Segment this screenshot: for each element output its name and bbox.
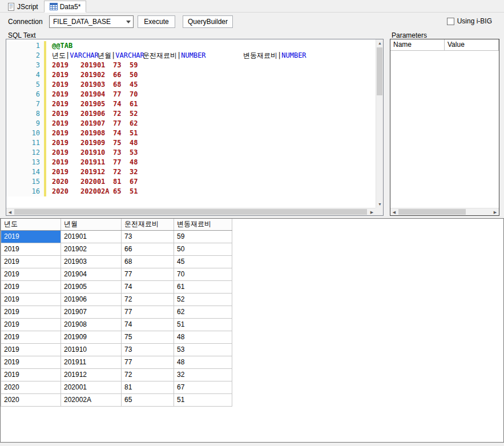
table-cell[interactable]: 201906 bbox=[61, 293, 122, 306]
table-cell[interactable]: 48 bbox=[174, 356, 232, 368]
table-cell[interactable]: 73 bbox=[122, 230, 174, 243]
table-cell[interactable]: 77 bbox=[122, 306, 174, 318]
table-cell[interactable]: 75 bbox=[122, 331, 174, 343]
scroll-up-icon[interactable]: ▲ bbox=[376, 39, 384, 47]
table-row[interactable]: 2020202002A6551 bbox=[1, 393, 232, 406]
editor-line[interactable]: 1120192019097548 bbox=[6, 138, 376, 148]
table-cell[interactable]: 202002A bbox=[61, 393, 122, 406]
horizontal-scrollbar[interactable]: ◀ ▶ bbox=[6, 208, 376, 215]
table-cell[interactable]: 2019 bbox=[1, 368, 61, 381]
execute-button[interactable]: Execute bbox=[138, 15, 175, 28]
table-cell[interactable]: 67 bbox=[174, 381, 232, 393]
table-cell[interactable]: 51 bbox=[174, 393, 232, 406]
tab-data5[interactable]: Data5* bbox=[44, 1, 87, 13]
table-row[interactable]: 20192019017359 bbox=[1, 230, 232, 243]
table-cell[interactable]: 2020 bbox=[1, 393, 61, 406]
table-row[interactable]: 20192019087451 bbox=[1, 318, 232, 331]
editor-line[interactable]: 620192019047770 bbox=[6, 90, 376, 99]
table-cell[interactable]: 73 bbox=[122, 343, 174, 356]
table-cell[interactable]: 51 bbox=[174, 318, 232, 331]
using-ibig-checkbox[interactable] bbox=[447, 18, 454, 25]
table-cell[interactable]: 32 bbox=[174, 368, 232, 381]
table-cell[interactable]: 2019 bbox=[1, 243, 61, 255]
editor-line[interactable]: 1320192019117748 bbox=[6, 158, 376, 167]
table-cell[interactable]: 59 bbox=[174, 230, 232, 243]
table-cell[interactable]: 74 bbox=[122, 318, 174, 331]
table-row[interactable]: 20192019097548 bbox=[1, 331, 232, 343]
table-cell[interactable]: 45 bbox=[174, 255, 232, 268]
editor-line[interactable]: 162020202002A6551 bbox=[6, 187, 376, 196]
parameters-column-header[interactable]: Name bbox=[390, 39, 445, 51]
editor-line[interactable]: 920192019077762 bbox=[6, 119, 376, 128]
scroll-right-icon[interactable]: ▶ bbox=[368, 208, 376, 216]
editor-line[interactable]: 720192019057461 bbox=[6, 99, 376, 109]
table-cell[interactable]: 201912 bbox=[61, 368, 122, 381]
table-cell[interactable]: 2019 bbox=[1, 343, 61, 356]
vertical-scrollbar[interactable]: ▲ ▼ bbox=[376, 39, 383, 208]
vertical-scrollbar-thumb[interactable] bbox=[377, 47, 382, 95]
table-cell[interactable]: 2020 bbox=[1, 381, 61, 393]
table-cell[interactable]: 48 bbox=[174, 331, 232, 343]
editor-line[interactable]: 1520202020018167 bbox=[6, 177, 376, 187]
parameters-column-header[interactable]: Value bbox=[445, 39, 499, 51]
table-cell[interactable]: 77 bbox=[122, 356, 174, 368]
table-cell[interactable]: 72 bbox=[122, 293, 174, 306]
scroll-down-icon[interactable]: ▼ bbox=[376, 200, 384, 208]
editor-line[interactable]: 1020192019087451 bbox=[6, 128, 376, 138]
table-cell[interactable]: 66 bbox=[122, 243, 174, 255]
table-cell[interactable]: 2019 bbox=[1, 356, 61, 368]
editor-line[interactable]: 1220192019107353 bbox=[6, 148, 376, 158]
editor-line[interactable]: 820192019067252 bbox=[6, 109, 376, 119]
table-cell[interactable]: 201910 bbox=[61, 343, 122, 356]
parameters-horizontal-scrollbar[interactable]: ◀ ▶ bbox=[390, 208, 499, 215]
table-cell[interactable]: 201908 bbox=[61, 318, 122, 331]
table-cell[interactable]: 201903 bbox=[61, 255, 122, 268]
results-column-header[interactable]: 변동재료비 bbox=[174, 219, 232, 230]
editor-line[interactable]: 420192019026650 bbox=[6, 70, 376, 80]
editor-line[interactable]: 320192019017359 bbox=[6, 61, 376, 70]
results-column-header[interactable]: 년월 bbox=[61, 219, 122, 230]
table-cell[interactable]: 2019 bbox=[1, 280, 61, 293]
table-cell[interactable]: 202001 bbox=[61, 381, 122, 393]
table-cell[interactable]: 201909 bbox=[61, 331, 122, 343]
table-cell[interactable]: 201904 bbox=[61, 268, 122, 280]
table-cell[interactable]: 2019 bbox=[1, 255, 61, 268]
table-cell[interactable]: 62 bbox=[174, 306, 232, 318]
connection-dropdown[interactable]: FILE_DATA_BASE bbox=[49, 15, 134, 28]
table-row[interactable]: 20192019107353 bbox=[1, 343, 232, 356]
table-row[interactable]: 20192019026650 bbox=[1, 243, 232, 255]
querybuilder-button[interactable]: QueryBuilder bbox=[183, 15, 233, 28]
editor-line[interactable]: 1420192019127232 bbox=[6, 167, 376, 177]
scroll-right-icon[interactable]: ▶ bbox=[491, 208, 499, 216]
table-row[interactable]: 20192019057461 bbox=[1, 280, 232, 293]
results-column-header[interactable]: 년도 bbox=[1, 219, 61, 230]
editor-line[interactable]: 2년도|VARCHAR년월|VARCHAR운전재료비|NUMBER변동재료비|N… bbox=[6, 51, 376, 61]
table-cell[interactable]: 61 bbox=[174, 280, 232, 293]
table-cell[interactable]: 201911 bbox=[61, 356, 122, 368]
table-cell[interactable]: 201905 bbox=[61, 280, 122, 293]
table-cell[interactable]: 68 bbox=[122, 255, 174, 268]
table-cell[interactable]: 65 bbox=[122, 393, 174, 406]
table-row[interactable]: 20192019117748 bbox=[1, 356, 232, 368]
table-cell[interactable]: 201902 bbox=[61, 243, 122, 255]
table-cell[interactable]: 201907 bbox=[61, 306, 122, 318]
table-cell[interactable]: 72 bbox=[122, 368, 174, 381]
table-cell[interactable]: 2019 bbox=[1, 293, 61, 306]
table-cell[interactable]: 77 bbox=[122, 268, 174, 280]
table-cell[interactable]: 2019 bbox=[1, 318, 61, 331]
sql-editor[interactable]: 1@@TAB2년도|VARCHAR년월|VARCHAR운전재료비|NUMBER변… bbox=[6, 39, 376, 208]
table-row[interactable]: 20192019047770 bbox=[1, 268, 232, 280]
table-cell[interactable]: 74 bbox=[122, 280, 174, 293]
table-row[interactable]: 20202020018167 bbox=[1, 381, 232, 393]
table-row[interactable]: 20192019077762 bbox=[1, 306, 232, 318]
table-cell[interactable]: 50 bbox=[174, 243, 232, 255]
table-cell[interactable]: 52 bbox=[174, 293, 232, 306]
results-column-header[interactable]: 운전재료비 bbox=[122, 219, 174, 230]
editor-line[interactable]: 520192019036845 bbox=[6, 80, 376, 90]
scroll-left-icon[interactable]: ◀ bbox=[6, 208, 14, 216]
horizontal-scrollbar-thumb[interactable] bbox=[14, 209, 367, 215]
table-row[interactable]: 20192019036845 bbox=[1, 255, 232, 268]
table-cell[interactable]: 2019 bbox=[1, 331, 61, 343]
editor-line[interactable]: 1@@TAB bbox=[6, 41, 376, 51]
table-cell[interactable]: 2019 bbox=[1, 230, 61, 243]
